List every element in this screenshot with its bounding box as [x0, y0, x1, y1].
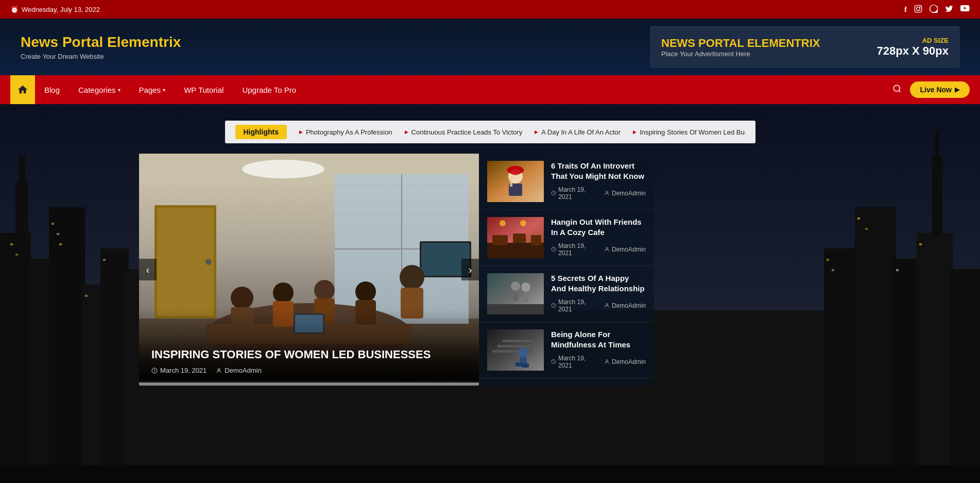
- side-article-2-author: DemoAdmin: [604, 302, 646, 309]
- svg-point-56: [231, 287, 253, 309]
- site-logo[interactable]: News Portal Elementrix: [21, 34, 181, 51]
- user-icon-2: [604, 303, 610, 308]
- youtube-icon[interactable]: [960, 5, 970, 14]
- svg-point-3: [893, 85, 900, 91]
- svg-rect-84: [513, 234, 526, 243]
- pages-chevron: ▾: [163, 87, 165, 93]
- logo-area: News Portal Elementrix Create Your Dream…: [21, 34, 181, 60]
- side-article-0[interactable]: 6 Traits Of An Introvert That You Might …: [479, 154, 654, 210]
- side-article-1-content: Hangin Out With Friends In A Cozy Cafe M…: [551, 217, 646, 258]
- slider-title: INSPIRING STORIES OF WOMEN LED BUSINESSE…: [151, 347, 467, 362]
- navbar: Blog Categories ▾ Pages ▾ WP Tutorial Up…: [0, 75, 980, 104]
- side-articles: 6 Traits Of An Introvert That You Might …: [479, 154, 654, 386]
- svg-point-104: [518, 347, 528, 358]
- side-article-2-date: March 19, 2021: [551, 298, 597, 313]
- site-header: News Portal Elementrix Create Your Dream…: [0, 19, 980, 75]
- side-article-2[interactable]: 5 Secrets Of A Happy And Healthy Relatio…: [479, 266, 654, 322]
- clock-icon: [151, 368, 158, 374]
- svg-point-60: [314, 280, 335, 301]
- side-article-1[interactable]: Hangin Out With Friends In A Cozy Cafe M…: [479, 210, 654, 266]
- slider-meta: March 19, 2021 DemoAdmin: [151, 367, 467, 374]
- side-article-1-title: Hangin Out With Friends In A Cozy Cafe: [551, 217, 646, 238]
- svg-point-50: [205, 259, 212, 265]
- svg-rect-95: [523, 292, 528, 302]
- svg-point-98: [606, 304, 608, 306]
- svg-point-94: [521, 282, 530, 292]
- slider-next-button[interactable]: ›: [461, 259, 479, 280]
- user-icon-1: [604, 246, 610, 252]
- side-article-3-title: Being Alone For Mindfulness At Times: [551, 329, 646, 351]
- nav-pages[interactable]: Pages ▾: [130, 75, 175, 104]
- ad-subtitle: Place Your Advertisment Here: [661, 50, 820, 58]
- home-button[interactable]: [10, 75, 35, 104]
- main-section: Highlights Photography As A Profession C…: [0, 104, 980, 396]
- side-article-1-author: DemoAdmin: [604, 246, 646, 253]
- side-article-0-content: 6 Traits Of An Introvert That You Might …: [551, 161, 646, 202]
- svg-point-64: [400, 265, 424, 290]
- side-article-3-author: DemoAdmin: [604, 358, 646, 365]
- svg-line-4: [899, 90, 900, 92]
- ticker-items: Photography As A Profession Continuous P…: [293, 128, 745, 136]
- svg-rect-107: [522, 363, 529, 368]
- slider-image: INSPIRING STORIES OF WOMEN LED BUSINESSE…: [139, 154, 479, 382]
- svg-point-76: [510, 169, 521, 175]
- side-article-1-meta: March 19, 2021 DemoAdmin: [551, 242, 646, 257]
- svg-rect-96: [487, 304, 544, 314]
- svg-point-89: [606, 247, 608, 249]
- svg-point-92: [511, 281, 520, 291]
- ad-size: AD SIZE 728px X 90px: [877, 37, 949, 58]
- side-article-3-meta: March 19, 2021 DemoAdmin: [551, 355, 646, 369]
- twitter-icon[interactable]: [945, 5, 953, 14]
- logo-text-white: News Portal: [21, 34, 107, 50]
- instagram-icon[interactable]: [914, 5, 922, 14]
- ticker-item-3: Inspiring Stories Of Women Led Businesse…: [627, 128, 745, 136]
- whatsapp-icon[interactable]: [930, 5, 938, 14]
- svg-point-70: [218, 369, 220, 371]
- side-article-0-date: March 19, 2021: [551, 186, 597, 201]
- svg-rect-77: [510, 176, 512, 187]
- user-icon-3: [604, 359, 610, 364]
- nav-wp-tutorial[interactable]: WP Tutorial: [175, 75, 233, 104]
- live-now-button[interactable]: Live Now ▶: [910, 81, 970, 98]
- side-article-3-date: March 19, 2021: [551, 355, 597, 369]
- search-button[interactable]: [884, 84, 910, 96]
- slider-date: March 19, 2021: [151, 367, 207, 374]
- svg-point-62: [355, 281, 376, 302]
- slider-prev-button[interactable]: ‹: [139, 259, 157, 280]
- svg-rect-49: [157, 208, 214, 316]
- svg-point-87: [520, 220, 526, 226]
- user-icon-0: [604, 190, 610, 196]
- svg-point-79: [606, 191, 608, 193]
- main-slider: INSPIRING STORIES OF WOMEN LED BUSINESSE…: [139, 154, 479, 386]
- side-article-1-image: [487, 217, 544, 258]
- svg-rect-85: [531, 235, 541, 245]
- svg-point-109: [606, 360, 608, 362]
- side-article-3[interactable]: Being Alone For Mindfulness At Times Mar…: [479, 322, 654, 378]
- side-article-2-title: 5 Secrets Of A Happy And Healthy Relatio…: [551, 273, 646, 294]
- content-wrapper: INSPIRING STORIES OF WOMEN LED BUSINESSE…: [0, 143, 980, 396]
- highlights-badge: Highlights: [235, 125, 287, 139]
- clock-icon-0: [551, 190, 556, 196]
- ad-banner: NEWS PORTAL ELEMENTRIX Place Your Advert…: [650, 26, 959, 68]
- search-icon: [892, 84, 902, 93]
- ticker-item-1: Continuous Practice Leads To Victory: [399, 128, 529, 136]
- nav-categories[interactable]: Categories ▾: [69, 75, 130, 104]
- side-article-1-date: March 19, 2021: [551, 242, 597, 257]
- clock-icon: ⏰: [10, 6, 19, 13]
- nav-upgrade[interactable]: Upgrade To Pro: [233, 75, 305, 104]
- categories-chevron: ▾: [118, 87, 121, 93]
- svg-rect-83: [492, 235, 508, 245]
- side-article-0-title: 6 Traits Of An Introvert That You Might …: [551, 161, 646, 182]
- ad-text: NEWS PORTAL ELEMENTRIX Place Your Advert…: [661, 37, 820, 58]
- side-article-0-meta: March 19, 2021 DemoAdmin: [551, 186, 646, 201]
- slider-caption: INSPIRING STORIES OF WOMEN LED BUSINESSE…: [139, 337, 479, 382]
- clock-icon-3: [551, 359, 556, 364]
- ticker-item-2: A Day In A Life Of An Actor: [528, 128, 627, 136]
- svg-point-58: [273, 282, 294, 303]
- facebook-icon[interactable]: f: [904, 5, 907, 14]
- side-article-2-content: 5 Secrets Of A Happy And Healthy Relatio…: [551, 273, 646, 314]
- nav-blog[interactable]: Blog: [35, 75, 69, 104]
- side-article-2-meta: March 19, 2021 DemoAdmin: [551, 298, 646, 313]
- side-article-3-image: [487, 329, 544, 371]
- ad-size-value: 728px X 90px: [877, 44, 949, 58]
